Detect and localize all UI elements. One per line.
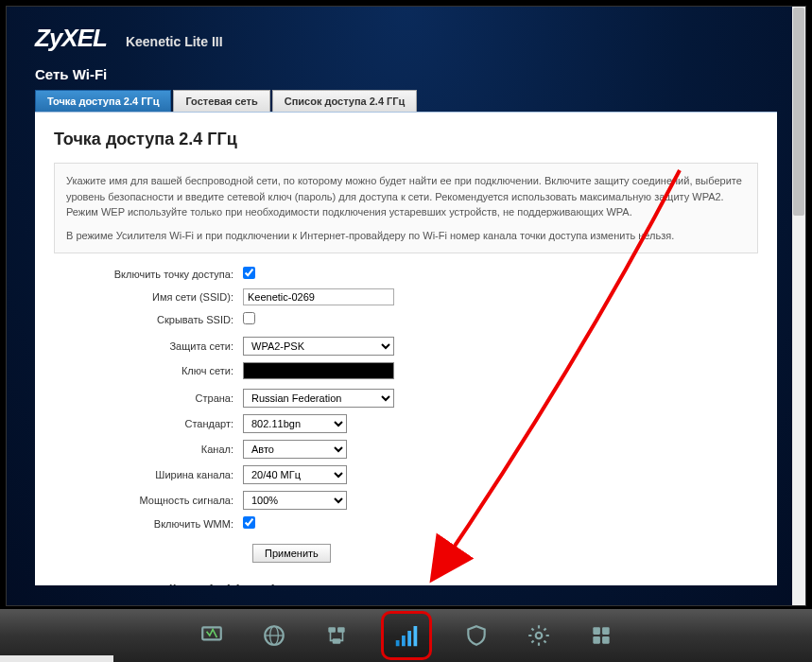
input-ssid[interactable] — [243, 288, 394, 305]
logo-header: ZyXEL Keenetic Lite III — [35, 24, 777, 53]
label-ssid: Имя сети (SSID): — [54, 291, 243, 303]
wps-title: Быстрая настройка Wi-Fi (WPS) — [54, 582, 758, 585]
svg-rect-14 — [593, 636, 600, 644]
svg-rect-0 — [202, 627, 221, 639]
select-country[interactable]: Russian Federation — [243, 389, 394, 408]
select-channel-width[interactable]: 20/40 МГц — [243, 465, 347, 484]
label-country: Страна: — [54, 392, 243, 404]
select-channel[interactable]: Авто — [243, 440, 347, 459]
info-box: Укажите имя для вашей беспроводной сети,… — [54, 163, 758, 253]
content-panel: Точка доступа 2.4 ГГц Укажите имя для ва… — [35, 113, 777, 585]
info-text-1: Укажите имя для вашей беспроводной сети,… — [66, 173, 746, 220]
label-key: Ключ сети: — [54, 365, 243, 376]
svg-rect-15 — [602, 636, 610, 644]
label-width: Ширина канала: — [54, 469, 243, 480]
svg-rect-8 — [402, 636, 406, 646]
page-title: Сеть Wi-Fi — [35, 66, 777, 82]
gear-icon[interactable] — [521, 618, 557, 653]
input-network-key[interactable] — [243, 362, 394, 379]
checkbox-wmm[interactable] — [243, 516, 255, 529]
label-hide-ssid: Скрывать SSID: — [54, 314, 243, 325]
select-standard[interactable]: 802.11bgn — [243, 414, 347, 433]
info-text-2: В режиме Усилителя Wi-Fi и при подключен… — [66, 228, 746, 244]
tab-guest-network[interactable]: Гостевая сеть — [173, 90, 269, 112]
shield-icon[interactable] — [458, 618, 494, 653]
monitor-icon[interactable] — [194, 618, 230, 653]
network-icon[interactable] — [319, 618, 354, 653]
wifi-settings-form: Включить точку доступа: Имя сети (SSID):… — [54, 267, 758, 563]
label-channel: Канал: — [54, 444, 243, 455]
select-security[interactable]: WPA2-PSK — [243, 337, 394, 356]
svg-rect-13 — [602, 627, 610, 635]
wifi-signal-icon[interactable] — [381, 611, 432, 660]
label-standard: Стандарт: — [54, 418, 243, 429]
router-admin-page: ZyXEL Keenetic Lite III Сеть Wi-Fi Точка… — [6, 6, 806, 606]
taskbar-start-fragment — [0, 655, 113, 662]
label-security: Защита сети: — [54, 340, 243, 352]
scrollbar[interactable] — [792, 7, 805, 605]
tab-access-list[interactable]: Список доступа 2.4 ГГц — [272, 90, 418, 112]
brand-logo: ZyXEL — [35, 24, 107, 53]
apply-button[interactable]: Применить — [252, 544, 331, 563]
section-title: Точка доступа 2.4 ГГц — [54, 130, 758, 149]
svg-rect-12 — [593, 627, 600, 635]
tab-access-point[interactable]: Точка доступа 2.4 ГГц — [35, 90, 171, 112]
checkbox-enable-ap[interactable] — [243, 267, 255, 279]
svg-rect-9 — [407, 631, 411, 646]
select-signal-power[interactable]: 100% — [243, 491, 347, 510]
svg-rect-10 — [413, 626, 417, 646]
svg-rect-7 — [395, 640, 399, 646]
label-enable-ap: Включить точку доступа: — [54, 269, 243, 280]
checkbox-hide-ssid[interactable] — [243, 312, 255, 324]
device-model: Keenetic Lite III — [126, 34, 223, 49]
bottom-taskbar — [0, 609, 812, 662]
svg-point-11 — [535, 633, 542, 639]
globe-icon[interactable] — [256, 618, 292, 653]
apps-icon[interactable] — [583, 618, 619, 653]
tabs-bar: Точка доступа 2.4 ГГц Гостевая сеть Спис… — [35, 90, 777, 113]
label-wmm: Включить WMM: — [54, 518, 243, 530]
label-power: Мощность сигнала: — [54, 495, 243, 506]
